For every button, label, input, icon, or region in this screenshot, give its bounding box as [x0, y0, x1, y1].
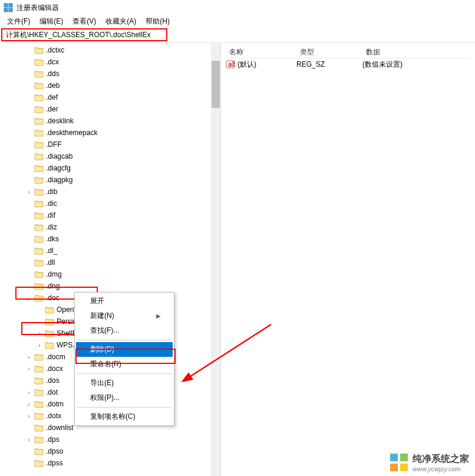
col-header-data[interactable]: 数据	[362, 45, 470, 58]
context-menu-item[interactable]: 展开	[76, 294, 173, 308]
tree-node-label: .dotm	[46, 400, 64, 408]
tree-node[interactable]: ›.dpss	[0, 457, 220, 469]
tree-node[interactable]: ›.diagcfg	[0, 162, 220, 174]
tree-node[interactable]: ›.deskthemepack	[0, 127, 220, 139]
main-area: ›.dctxc›.dcx›.dds›.deb›.def›.der›.deskli…	[0, 42, 475, 476]
expand-icon[interactable]: ›	[35, 341, 44, 349]
context-menu-label: 删除(D)	[90, 344, 114, 354]
watermark-url: www.ycwjzy.com	[413, 465, 469, 472]
context-menu-item[interactable]: 导出(E)	[76, 376, 173, 390]
context-menu-item[interactable]: 新建(N)▶	[76, 308, 173, 323]
reg-string-icon: ab	[226, 60, 235, 69]
tree-node[interactable]: ›.dng	[0, 280, 220, 292]
values-header[interactable]: 名称 类型 数据	[226, 45, 470, 58]
folder-icon	[34, 199, 44, 208]
folder-icon	[34, 270, 44, 278]
tree-node[interactable]: ›.dctxc	[0, 44, 220, 56]
values-panel: 名称 类型 数据 ab (默认) REG_SZ (数值未设置)	[221, 43, 475, 476]
menu-view[interactable]: 查看(V)	[68, 15, 101, 28]
expand-icon[interactable]: ›	[25, 435, 33, 444]
tree-node[interactable]: ›.diagpkg	[0, 174, 220, 186]
context-menu-label: 权限(P)...	[90, 393, 120, 403]
svg-rect-10	[400, 464, 408, 471]
tree-node-label: .docx	[46, 365, 63, 373]
tree-node[interactable]: ›.dps	[0, 434, 220, 445]
tree-node[interactable]: ›.dif	[0, 209, 220, 221]
tree-node-label: .dmg	[46, 270, 62, 278]
folder-icon	[34, 412, 44, 420]
col-header-name[interactable]: 名称	[226, 45, 296, 58]
tree-node[interactable]: ›.dcx	[0, 56, 220, 68]
tree-node[interactable]: ›.der	[0, 103, 220, 115]
folder-icon	[34, 282, 44, 290]
tree-scroll-thumb[interactable]	[212, 61, 220, 108]
expand-icon[interactable]: ›	[25, 188, 33, 196]
folder-icon	[34, 223, 44, 231]
tree-node[interactable]: ›.diz	[0, 221, 220, 233]
tree-node[interactable]: ›.dic	[0, 198, 220, 209]
tree-node-label: .diagcfg	[46, 164, 71, 172]
folder-icon	[34, 424, 44, 432]
context-menu-item[interactable]: 复制项名称(C)	[76, 409, 173, 424]
tree-node[interactable]: ›.DFF	[0, 139, 220, 150]
col-header-type[interactable]: 类型	[296, 45, 362, 58]
tree-node-label: .dos	[46, 376, 60, 385]
folder-icon	[34, 258, 44, 267]
value-name: (默认)	[237, 60, 296, 70]
folder-icon	[34, 81, 44, 90]
tree-node[interactable]: ›.dl_	[0, 245, 220, 257]
addressbar-input[interactable]	[6, 31, 163, 39]
expand-icon[interactable]: ›	[25, 388, 33, 396]
folder-icon	[34, 247, 44, 255]
context-menu-item[interactable]: 权限(P)...	[76, 390, 173, 405]
folder-icon	[34, 235, 44, 243]
expand-icon[interactable]: ›	[25, 353, 33, 361]
folder-icon	[34, 294, 44, 302]
tree-node[interactable]: ›.dpso	[0, 445, 220, 457]
value-row[interactable]: ab (默认) REG_SZ (数值未设置)	[226, 58, 470, 70]
expand-icon[interactable]: ›	[25, 365, 33, 373]
expand-icon[interactable]: ›	[35, 329, 44, 337]
menu-help[interactable]: 帮助(H)	[141, 15, 174, 28]
context-menu-item[interactable]: 重命名(R)	[76, 357, 173, 372]
menu-edit[interactable]: 编辑(E)	[35, 15, 68, 28]
watermark-title: 纯净系统之家	[413, 453, 469, 465]
expand-icon[interactable]: ›	[25, 400, 33, 408]
folder-icon	[34, 105, 44, 113]
tree-node[interactable]: ›.dds	[0, 68, 220, 80]
context-menu-label: 重命名(R)	[90, 359, 121, 369]
menu-file[interactable]: 文件(F)	[2, 15, 35, 28]
svg-rect-0	[4, 4, 8, 7]
tree-node[interactable]: ›.def	[0, 91, 220, 103]
tree-node-label: .desklink	[46, 117, 74, 125]
tree-node[interactable]: ›.dib	[0, 186, 220, 198]
tree-node-label: .dds	[46, 70, 60, 78]
context-menu-item[interactable]: 查找(F)...	[76, 323, 173, 338]
tree-node[interactable]: ›.diagcab	[0, 150, 220, 162]
tree-node-label: .dib	[46, 188, 57, 196]
folder-icon	[45, 317, 54, 326]
addressbar-highlight	[1, 28, 167, 41]
tree-node[interactable]: ›.dll	[0, 257, 220, 268]
context-menu[interactable]: 展开新建(N)▶查找(F)...删除(D)重命名(R)导出(E)权限(P)...…	[74, 292, 174, 426]
regedit-icon	[4, 3, 13, 12]
context-menu-label: 复制项名称(C)	[90, 412, 136, 422]
context-menu-item[interactable]: 删除(D)	[76, 342, 173, 357]
folder-icon	[34, 388, 44, 396]
tree-node[interactable]: ›.desklink	[0, 115, 220, 127]
tree-node-label: .der	[46, 105, 58, 113]
collapse-icon[interactable]: ⌄	[25, 294, 33, 302]
tree-node[interactable]: ›.dmg	[0, 268, 220, 280]
tree-node[interactable]: ›.deb	[0, 80, 220, 91]
expand-icon[interactable]: ›	[25, 412, 33, 420]
tree-node[interactable]: ›.dks	[0, 233, 220, 245]
submenu-arrow-icon: ▶	[156, 313, 161, 319]
menu-favorites[interactable]: 收藏夹(A)	[101, 15, 141, 28]
tree-node-label: .dpso	[46, 447, 63, 455]
folder-icon	[34, 164, 44, 172]
tree-node-label: .diagcab	[46, 152, 72, 160]
tree-node-label: .deskthemepack	[46, 129, 97, 137]
folder-icon	[34, 70, 44, 78]
menubar: 文件(F) 编辑(E) 查看(V) 收藏夹(A) 帮助(H)	[0, 15, 475, 27]
tree-scrollbar[interactable]	[211, 43, 220, 476]
